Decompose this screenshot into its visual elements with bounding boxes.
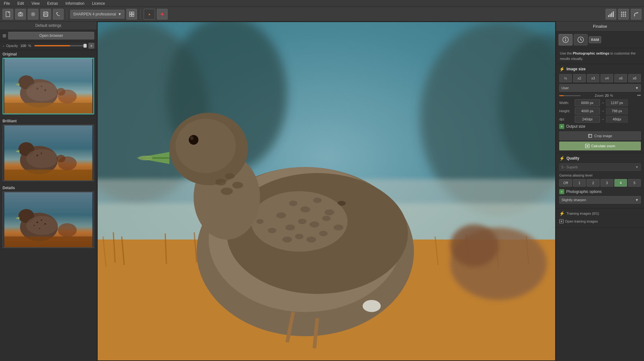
info-tab[interactable] [559, 34, 572, 45]
gamma-1-button[interactable]: 1 [573, 179, 586, 187]
gamma-5-button[interactable]: 5 [628, 179, 641, 187]
svg-rect-13 [611, 13, 612, 17]
menu-extras[interactable]: Extras [46, 1, 59, 6]
color-marker-button[interactable] [157, 9, 168, 20]
brilliant-preview-image [3, 125, 93, 181]
svg-rect-0 [6, 12, 10, 17]
opacity-slider[interactable] [34, 45, 85, 46]
menu-licence[interactable]: Licence [91, 1, 106, 6]
ram-tab[interactable]: RAM [589, 36, 601, 43]
photographic-dropdown[interactable]: Slightly sharpen ▼ [559, 196, 641, 204]
camera-button[interactable] [15, 9, 26, 20]
width-row: Width: 6000 px → 1197 px [559, 99, 641, 106]
svg-rect-31 [4, 103, 93, 114]
crop-image-button[interactable]: Crop image [559, 131, 641, 140]
svg-point-99 [189, 135, 198, 145]
menu-information[interactable]: Information [64, 1, 86, 6]
width-arrow-icon: → [601, 101, 605, 105]
svg-point-38 [37, 154, 38, 156]
training-section: ⚡ Training images (0/1) Open training im… [556, 208, 644, 228]
image-size-icon: ⚡ [559, 67, 565, 72]
svg-point-106 [225, 173, 235, 179]
size-x6-button[interactable]: x6 [614, 74, 627, 82]
main-image[interactable] [98, 22, 555, 360]
svg-point-29 [41, 86, 42, 87]
product-selector[interactable]: SHARPEN 4 professional ▼ [70, 10, 124, 19]
original-preview-group: Original [0, 50, 97, 117]
add-preview-button[interactable]: + [89, 43, 94, 49]
svg-point-51 [39, 228, 40, 229]
open-training-images-button[interactable]: Open training images [559, 218, 641, 225]
svg-point-39 [41, 153, 42, 154]
canvas-area [97, 21, 556, 361]
histogram-button[interactable] [606, 9, 616, 20]
zoom-value: 20 [605, 94, 609, 97]
image-size-title: ⚡ Image size [559, 67, 641, 72]
svg-rect-11 [608, 15, 609, 17]
calculate-icon [585, 144, 589, 148]
product-name: SHARPEN 4 professional [73, 12, 116, 16]
svg-point-98 [175, 119, 236, 173]
svg-point-23 [625, 15, 626, 17]
height-output: 798 px [606, 108, 628, 114]
rotate-button[interactable] [631, 9, 641, 20]
quality-dropdown[interactable]: 5 - Superb ▼ [559, 163, 641, 171]
opacity-slider-thumb[interactable] [83, 44, 87, 48]
open-training-icon [559, 219, 564, 224]
collapse-icon[interactable]: – [3, 44, 4, 48]
photographic-options-label: Photographic options [566, 189, 602, 194]
size-x8-button[interactable]: x8 [628, 74, 641, 82]
svg-point-100 [190, 136, 193, 140]
width-input[interactable]: 6000 px [575, 99, 600, 106]
menu-view[interactable]: View [30, 1, 41, 6]
svg-point-53 [58, 223, 77, 237]
gamma-3-button[interactable]: 3 [601, 179, 613, 187]
dpi-input[interactable]: 240dpi [575, 116, 600, 123]
size-x2-button[interactable]: x2 [573, 74, 586, 82]
svg-rect-52 [4, 236, 93, 248]
size-x4-button[interactable]: x4 [601, 74, 613, 82]
svg-point-47 [37, 222, 38, 223]
original-label: Original [3, 50, 94, 58]
left-sidebar: Default settings ⊞ Open browser – Opacit… [0, 21, 97, 361]
menu-edit[interactable]: Edit [16, 1, 25, 6]
calculate-zoom-button[interactable]: Calculate zoom [559, 142, 641, 150]
menu-file[interactable]: File [3, 1, 11, 6]
sidebar-header: Default settings [0, 21, 97, 30]
gamma-off-button[interactable]: Off [559, 179, 572, 187]
layout-button[interactable] [126, 9, 137, 20]
zoom-slider[interactable] [559, 95, 581, 96]
height-arrow-icon: → [601, 109, 605, 113]
brilliant-preview-thumb[interactable] [3, 125, 94, 181]
details-preview-thumb[interactable] [3, 191, 94, 248]
settings-button[interactable] [28, 9, 38, 20]
logo-button[interactable]: ▲ [144, 9, 155, 20]
toolbar-separator-1 [67, 9, 67, 19]
svg-point-21 [621, 15, 622, 17]
open-browser-button[interactable]: Open browser [8, 32, 94, 39]
training-icon: ⚡ [559, 211, 565, 216]
gamma-2-button[interactable]: 2 [587, 179, 600, 187]
size-half-button[interactable]: ½ [559, 74, 572, 82]
undo-button[interactable] [53, 9, 64, 20]
svg-point-30 [44, 89, 46, 91]
gamma-4-button[interactable]: 4 [614, 179, 627, 187]
original-preview-thumb[interactable] [3, 58, 94, 114]
size-x3-button[interactable]: x3 [587, 74, 600, 82]
quality-title: ⚡ Quality [559, 156, 641, 161]
svg-rect-12 [610, 14, 611, 17]
svg-point-46 [26, 216, 58, 235]
user-dropdown[interactable]: User ▼ [559, 84, 641, 92]
gamma-buttons: Off 1 2 3 4 5 [559, 179, 641, 187]
clock-tab[interactable] [574, 34, 588, 45]
svg-point-27 [26, 82, 58, 101]
svg-rect-40 [4, 170, 93, 181]
save-button[interactable] [40, 9, 51, 20]
grid-button[interactable] [618, 9, 629, 20]
new-file-button[interactable] [3, 9, 13, 20]
finalise-header: Finalise [556, 21, 644, 32]
photographic-options-icon: + [559, 189, 564, 194]
height-input[interactable]: 4000 px [575, 108, 600, 114]
zoom-row: Zoom 20 % [559, 94, 641, 97]
main-content: Default settings ⊞ Open browser – Opacit… [0, 21, 644, 361]
